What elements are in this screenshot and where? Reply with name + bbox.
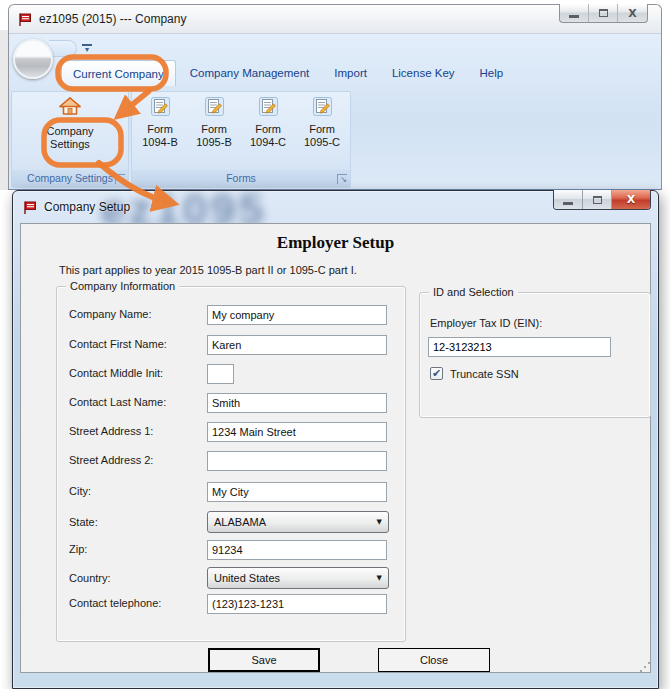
close-button[interactable]: X — [618, 4, 647, 22]
form-label-line2: 1094-B — [142, 136, 177, 148]
app-flag-icon — [23, 200, 38, 215]
id-and-selection-groupbox: ID and Selection Employer Tax ID (EIN): … — [419, 292, 651, 418]
year-note-text: This part applies to year 2015 1095-B pa… — [59, 264, 357, 276]
form-label-line2: 1094-C — [250, 136, 286, 148]
contact-middle-init-input[interactable] — [207, 364, 234, 384]
app-flag-icon — [18, 12, 33, 27]
group-label-forms: Forms — [132, 170, 350, 187]
tab-import[interactable]: Import — [323, 60, 378, 86]
main-titlebar[interactable]: ez1095 (2015) --- Company X — [9, 5, 661, 33]
company-name-input[interactable] — [207, 305, 387, 325]
tab-company-management[interactable]: Company Management — [179, 60, 321, 86]
minimize-icon — [563, 202, 573, 205]
resize-grip[interactable] — [644, 666, 646, 668]
city-input[interactable] — [207, 482, 387, 502]
street-address-1-input[interactable] — [207, 422, 387, 442]
form-document-icon — [313, 97, 332, 116]
ein-label: Employer Tax ID (EIN): — [430, 317, 542, 329]
company-information-group-label: Company Information — [66, 280, 179, 292]
dialog-minimize-button[interactable] — [554, 190, 583, 209]
contact-last-name-input[interactable] — [207, 393, 387, 413]
dialog-launcher-icon[interactable]: ↘ — [337, 174, 347, 184]
quick-access-dropdown-icon[interactable]: ▾ — [82, 44, 92, 54]
screenshot-stage: ez1095 (2015) --- Company X ▾ Current Co… — [0, 0, 670, 689]
truncate-ssn-row: ✔ Truncate SSN — [430, 367, 519, 380]
tab-license-key[interactable]: License Key — [381, 60, 466, 86]
form-document-icon — [205, 97, 224, 116]
dialog-maximize-button[interactable] — [583, 190, 612, 209]
form-1094c-button[interactable]: Form1094-C — [242, 97, 294, 149]
truncate-ssn-label: Truncate SSN — [450, 368, 519, 380]
form-1095b-button[interactable]: Form1095-B — [188, 97, 240, 149]
employer-setup-heading: Employer Setup — [21, 233, 650, 253]
contact-first-name-input[interactable] — [207, 335, 387, 355]
save-button[interactable]: Save — [208, 648, 320, 672]
contact-middle-init-label: Contact Middle Init: — [69, 367, 163, 379]
main-window-title: ez1095 (2015) --- Company — [39, 12, 186, 26]
ribbon-group-forms: Form1094-B Form1095-B Form1094-C — [131, 91, 351, 188]
country-dropdown[interactable]: United States ▼ — [207, 567, 389, 589]
zip-label: Zip: — [69, 543, 87, 555]
zip-input[interactable] — [207, 540, 387, 560]
tab-help[interactable]: Help — [469, 60, 515, 86]
state-label: State: — [69, 516, 98, 528]
main-window-controls: X — [559, 4, 648, 23]
street-address-1-label: Street Address 1: — [69, 425, 153, 437]
country-selected-value: United States — [214, 572, 280, 584]
dialog-launcher-icon[interactable]: ↘ — [115, 174, 125, 184]
forms-buttons-row: Form1094-B Form1095-B Form1094-C — [132, 97, 350, 149]
tab-current-company[interactable]: Current Company — [61, 60, 176, 86]
street-address-2-input[interactable] — [207, 451, 387, 471]
ribbon-group-company-settings: Company Settings Company Settings ↘ — [11, 91, 129, 188]
maximize-icon — [593, 196, 602, 204]
dialog-client-area: Employer Setup This part applies to year… — [20, 223, 651, 673]
chevron-down-icon: ▼ — [377, 574, 382, 582]
state-dropdown[interactable]: ALABAMA ▼ — [207, 511, 389, 533]
dialog-close-button[interactable]: X — [612, 190, 650, 209]
company-information-groupbox: Company Information Company Name: Contac… — [56, 286, 406, 642]
company-settings-label-line1: Company — [46, 125, 93, 137]
dialog-title: Company Setup — [44, 200, 130, 214]
form-label-line1: Form — [255, 123, 281, 135]
form-label-line1: Form — [147, 123, 173, 135]
company-name-label: Company Name: — [69, 308, 152, 320]
form-label-line2: 1095-B — [196, 136, 231, 148]
main-window: ez1095 (2015) --- Company X ▾ Current Co… — [8, 4, 662, 190]
state-selected-value: ALABAMA — [214, 516, 266, 528]
minimize-button[interactable] — [560, 4, 589, 22]
application-orb-button[interactable] — [13, 39, 53, 79]
street-address-2-label: Street Address 2: — [69, 454, 153, 466]
ribbon-tab-row: Current Company Company Management Impor… — [61, 57, 517, 86]
company-settings-button[interactable]: Company Settings — [12, 96, 128, 151]
ein-input[interactable] — [428, 337, 611, 357]
close-icon: X — [627, 193, 635, 206]
group-label-company-settings: Company Settings — [12, 170, 128, 187]
ribbon: ▾ Current Company Company Management Imp… — [9, 33, 661, 189]
maximize-button[interactable] — [589, 4, 618, 22]
form-1095c-button[interactable]: Form1095-C — [296, 97, 348, 149]
company-settings-label-line2: Settings — [50, 138, 90, 150]
form-document-icon — [151, 97, 170, 116]
form-label-line1: Form — [201, 123, 227, 135]
maximize-icon — [599, 9, 608, 17]
id-and-selection-group-label: ID and Selection — [429, 286, 518, 298]
contact-last-name-label: Contact Last Name: — [69, 396, 166, 408]
country-label: Country: — [69, 572, 111, 584]
truncate-ssn-checkbox[interactable]: ✔ — [430, 367, 443, 380]
contact-telephone-input[interactable] — [207, 594, 387, 614]
form-document-icon — [259, 97, 278, 116]
chevron-down-icon: ▼ — [377, 518, 382, 526]
close-icon: X — [628, 7, 636, 20]
form-1094b-button[interactable]: Form1094-B — [134, 97, 186, 149]
checkmark-icon: ✔ — [432, 368, 441, 379]
company-setup-dialog: ez1095 Company Setup X Employer Setup Th… — [12, 190, 659, 689]
form-label-line2: 1095-C — [304, 136, 340, 148]
minimize-icon — [569, 15, 579, 18]
city-label: City: — [69, 485, 91, 497]
desktop-background-strip — [0, 30, 8, 190]
quick-access-toolbar — [49, 40, 77, 57]
close-button[interactable]: Close — [378, 648, 490, 672]
form-label-line1: Form — [309, 123, 335, 135]
contact-telephone-label: Contact telephone: — [69, 597, 161, 609]
home-icon — [58, 96, 82, 116]
